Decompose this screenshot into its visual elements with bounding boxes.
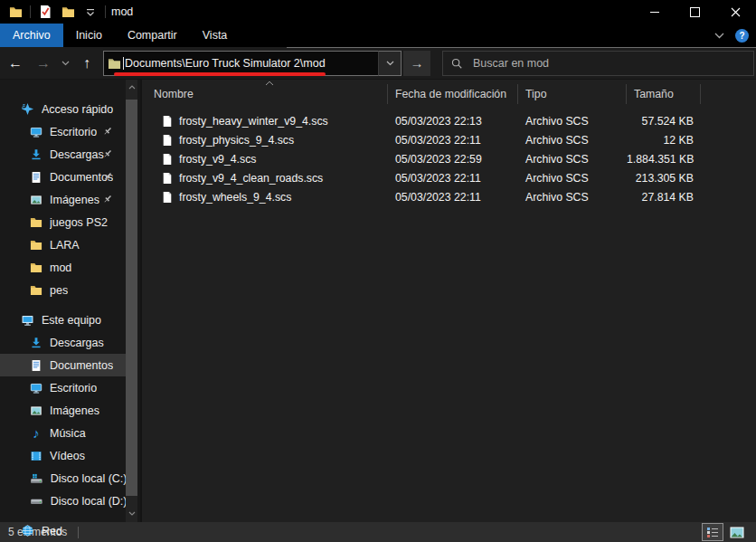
up-button[interactable]: ↑	[74, 50, 99, 77]
go-to-button[interactable]: →	[403, 51, 430, 76]
go-arrow-icon: →	[411, 56, 424, 70]
column-header-tipo[interactable]: Tipo	[518, 84, 627, 104]
sidebar-item-descargas-qa[interactable]: Descargas	[0, 143, 126, 166]
search-icon	[450, 57, 463, 70]
help-icon[interactable]: ?	[735, 29, 749, 43]
scrollbar-thumb[interactable]	[126, 100, 137, 496]
file-size: 213.305 KB	[627, 172, 701, 185]
back-button[interactable]: ←	[0, 50, 31, 77]
drive-icon	[30, 495, 43, 508]
document-icon	[30, 359, 43, 372]
search-box[interactable]	[442, 51, 754, 76]
file-row[interactable]: frosty_v9_4_clean_roads.scs 05/03/2023 2…	[142, 168, 756, 187]
properties-icon[interactable]	[37, 4, 53, 20]
address-bar[interactable]: Documents\Euro Truck Simulator 2\mod	[103, 51, 402, 76]
music-icon: ♪	[30, 426, 43, 440]
file-row[interactable]: frosty_v9_4.scs 05/03/2023 22:59 Archivo…	[142, 149, 756, 168]
sidebar-item-disco-c[interactable]: Disco local (C:)	[0, 467, 126, 490]
maximize-button[interactable]	[675, 0, 715, 24]
sidebar-item-label: Documentos	[50, 359, 113, 372]
tab-archivo[interactable]: Archivo	[0, 24, 63, 47]
column-header-tamano[interactable]: Tamaño	[627, 84, 701, 104]
address-path-text[interactable]: Documents\Euro Truck Simulator 2\mod	[125, 57, 326, 70]
sidebar-group-quick-access[interactable]: Acceso rápido	[0, 98, 126, 120]
tab-compartir[interactable]: Compartir	[115, 24, 190, 47]
sidebar-scrollbar[interactable]	[126, 80, 137, 522]
file-icon	[162, 191, 173, 204]
sidebar-item-escritorio-pc[interactable]: Escritorio	[0, 376, 126, 399]
title-bar: mod	[0, 0, 756, 24]
quick-access-star-icon	[21, 102, 34, 116]
computer-icon	[21, 314, 34, 327]
search-input[interactable]	[471, 56, 746, 71]
file-name: frosty_v9_4_clean_roads.scs	[179, 172, 323, 185]
file-row[interactable]: frosty_heavy_winter_v9_4.scs 05/03/2023 …	[142, 111, 756, 130]
file-type: Archivo SCS	[518, 153, 627, 166]
file-size: 12 KB	[627, 134, 701, 147]
sidebar-item-label: mod	[50, 261, 71, 274]
sort-ascending-icon	[265, 81, 274, 86]
explorer-folder-icon[interactable]	[7, 4, 24, 20]
details-view-button[interactable]	[702, 523, 723, 541]
column-header-nombre[interactable]: Nombre	[142, 84, 388, 104]
document-icon	[30, 171, 43, 184]
new-folder-icon[interactable]	[60, 4, 76, 20]
close-icon	[731, 7, 741, 17]
sidebar-item-pes[interactable]: pes	[0, 279, 126, 301]
sidebar-group-label: Red	[42, 525, 62, 537]
sidebar-item-escritorio[interactable]: Escritorio	[0, 120, 126, 143]
sidebar-item-label: Disco local (D:)	[51, 495, 126, 508]
sidebar-item-documentos-qa[interactable]: Documentos	[0, 166, 126, 188]
file-row[interactable]: frosty_wheels_9_4.scs 05/03/2023 22:11 A…	[142, 187, 756, 206]
back-arrow-icon: ←	[8, 56, 23, 71]
sidebar-item-mod[interactable]: mod	[0, 256, 126, 279]
window-controls	[634, 0, 756, 24]
sidebar-item-disco-d[interactable]: Disco local (D:)	[0, 490, 126, 512]
address-dropdown-button[interactable]	[378, 51, 402, 76]
forward-arrow-icon: →	[36, 56, 51, 71]
sidebar-item-lara[interactable]: LARA	[0, 233, 126, 256]
sidebar-item-imagenes-pc[interactable]: Imágenes	[0, 399, 126, 422]
scroll-up-icon[interactable]	[127, 85, 137, 90]
sidebar-item-label: Disco local (C:)	[51, 472, 126, 485]
pin-icon	[102, 148, 113, 159]
sidebar-group-red[interactable]: Red	[0, 519, 126, 542]
sidebar-item-musica[interactable]: ♪ Música	[0, 422, 126, 444]
file-name: frosty_wheels_9_4.scs	[179, 191, 291, 204]
scroll-down-icon[interactable]	[127, 511, 137, 516]
folder-icon	[30, 239, 43, 251]
thumbnail-view-icon	[730, 527, 744, 538]
sidebar-item-label: Descargas	[50, 337, 104, 349]
file-modified: 05/03/2023 22:11	[388, 172, 518, 185]
downloads-icon	[30, 337, 43, 349]
customize-toolbar-chevron-icon[interactable]	[82, 4, 99, 20]
column-header-fecha[interactable]: Fecha de modificación	[388, 84, 518, 104]
pin-icon	[102, 171, 113, 182]
file-modified: 05/03/2023 22:11	[388, 191, 518, 204]
file-row[interactable]: frosty_physics_9_4.scs 05/03/2023 22:11 …	[142, 130, 756, 149]
file-modified: 05/03/2023 22:11	[388, 134, 518, 147]
file-icon	[162, 172, 173, 185]
file-type: Archivo SCS	[518, 191, 627, 204]
expand-ribbon-chevron-icon[interactable]	[714, 33, 724, 39]
close-button[interactable]	[715, 0, 756, 24]
sidebar-item-imagenes-qa[interactable]: Imágenes	[0, 188, 126, 211]
sidebar-item-videos[interactable]: Vídeos	[0, 444, 126, 467]
sidebar-group-este-equipo[interactable]: Este equipo	[0, 309, 126, 331]
thumbnail-view-button[interactable]	[726, 523, 748, 541]
sidebar-item-juegos-ps2[interactable]: juegos PS2	[0, 211, 126, 233]
tab-vista[interactable]: Vista	[190, 24, 241, 47]
file-modified: 05/03/2023 22:59	[388, 153, 518, 166]
sidebar-item-label: Imágenes	[50, 194, 99, 206]
sidebar-item-label: Escritorio	[50, 382, 97, 395]
sidebar-item-descargas[interactable]: Descargas	[0, 331, 126, 354]
sidebar-item-documentos-selected[interactable]: Documentos	[0, 354, 126, 376]
file-rows: frosty_heavy_winter_v9_4.scs 05/03/2023 …	[142, 109, 756, 206]
recent-locations-chevron[interactable]	[56, 50, 74, 77]
file-name: frosty_heavy_winter_v9_4.scs	[179, 115, 328, 128]
file-type: Archivo SCS	[518, 115, 627, 128]
file-icon	[162, 134, 173, 147]
forward-button[interactable]: →	[31, 50, 56, 77]
tab-inicio[interactable]: Inicio	[63, 24, 115, 47]
minimize-button[interactable]	[634, 0, 675, 24]
